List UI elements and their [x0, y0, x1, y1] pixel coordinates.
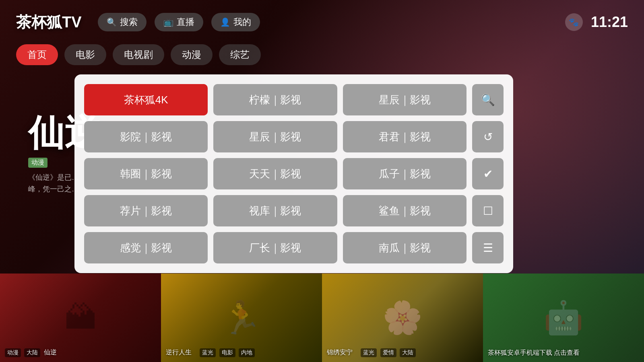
thumb-tag-3b: 爱情 — [380, 348, 396, 357]
thumb-android[interactable]: 🤖 茶杯狐安卓手机端下载 点击查看 — [483, 274, 644, 362]
source-changzhang[interactable]: 厂长｜影视 — [213, 232, 337, 263]
hero-desc-line1: 《仙逆》是已… — [28, 173, 79, 181]
nav-search[interactable]: 🔍 搜索 — [98, 13, 147, 31]
source-dialog: 茶杯狐4K 柠檬｜影视 星辰｜影视 🔍 影院｜影视 星辰｜影视 君君｜影视 ↺ … — [74, 74, 513, 273]
source-junjun[interactable]: 君君｜影视 — [343, 121, 466, 152]
thumb-nixingrensheng[interactable]: 🏃 逆行人生 蓝光 电影 内地 — [161, 274, 322, 362]
thumb-title-4: 茶杯狐安卓手机端下载 — [488, 349, 552, 356]
avatar[interactable]: 🐾 — [565, 13, 583, 31]
thumb-jinxiuanning[interactable]: 🌸 锦绣安宁 蓝光 爱情 大陆 — [322, 274, 483, 362]
source-chajuhu4k[interactable]: 茶杯狐4K — [84, 84, 208, 115]
list-icon-btn[interactable]: ☰ — [472, 232, 504, 263]
check-icon: ✔ — [483, 167, 493, 181]
tab-movies[interactable]: 电影 — [64, 44, 106, 65]
thumb-tag-2b: 电影 — [219, 348, 235, 357]
source-jianpian[interactable]: 荐片｜影视 — [84, 195, 208, 226]
profile-icon: 👤 — [220, 17, 230, 27]
header-right: 🐾 11:21 — [565, 13, 628, 31]
thumb-xianyi[interactable]: 🏔 动漫 大陆 仙逆 — [0, 274, 161, 362]
source-shayu[interactable]: 鲨鱼｜影视 — [343, 195, 466, 226]
nav-live-label: 直播 — [177, 16, 194, 28]
live-icon: 📺 — [163, 17, 173, 27]
thumb-tag-2a: 蓝光 — [200, 348, 216, 357]
list-icon: ☰ — [483, 241, 493, 255]
nav-search-label: 搜索 — [120, 16, 138, 28]
search-icon: 🔍 — [107, 17, 117, 27]
thumb-title-3: 锦绣安宁 — [327, 349, 353, 356]
source-ganjue[interactable]: 感觉｜影视 — [84, 232, 208, 263]
thumb-tag-1a: 动漫 — [5, 348, 21, 357]
source-guazi[interactable]: 瓜子｜影视 — [343, 158, 466, 189]
app-title: 茶杯狐TV — [16, 12, 82, 33]
nav-pills: 🔍 搜索 📺 直播 👤 我的 — [98, 13, 565, 31]
source-nangua[interactable]: 南瓜｜影视 — [343, 232, 466, 263]
nav-live[interactable]: 📺 直播 — [155, 13, 203, 31]
avatar-icon: 🐾 — [569, 17, 579, 27]
hero-badge: 动漫 — [28, 158, 47, 168]
thumb-label-4: 茶杯狐安卓手机端下载 点击查看 — [488, 349, 580, 357]
tab-variety[interactable]: 综艺 — [219, 44, 261, 65]
tab-anime[interactable]: 动漫 — [171, 44, 213, 65]
source-shiku[interactable]: 视库｜影视 — [213, 195, 337, 226]
unchecked-icon-btn[interactable]: ☐ — [472, 195, 504, 226]
source-yingyuan[interactable]: 影院｜影视 — [84, 121, 208, 152]
hero-desc-line2: 峰，凭一己之… — [28, 185, 79, 193]
thumb-label-1: 动漫 大陆 仙逆 — [5, 348, 57, 357]
thumb-title-1: 仙逆 — [44, 349, 57, 356]
thumb-extra-4: 点击查看 — [554, 349, 580, 356]
source-star1[interactable]: 星辰｜影视 — [343, 84, 466, 115]
source-star2[interactable]: 星辰｜影视 — [213, 121, 337, 152]
thumb-tag-1b: 大陆 — [24, 348, 40, 357]
clock: 11:21 — [591, 14, 628, 31]
refresh-icon-btn[interactable]: ↺ — [472, 121, 504, 152]
thumb-tag-3a: 蓝光 — [361, 348, 377, 357]
unchecked-icon: ☐ — [483, 204, 493, 218]
thumb-tag-2c: 内地 — [239, 348, 255, 357]
thumb-label-3: 锦绣安宁 蓝光 爱情 大陆 — [327, 348, 417, 357]
thumbnails: 🏔 动漫 大陆 仙逆 🏃 逆行人生 蓝光 电影 内地 🌸 锦绣安宁 蓝光 爱情 … — [0, 274, 644, 362]
category-tabs: 首页 电影 电视剧 动漫 综艺 — [16, 44, 261, 65]
header: 茶杯狐TV 🔍 搜索 📺 直播 👤 我的 🐾 11:21 — [0, 0, 644, 44]
tab-tv[interactable]: 电视剧 — [113, 44, 164, 65]
check-icon-btn[interactable]: ✔ — [472, 158, 504, 189]
source-hanquan[interactable]: 韩圈｜影视 — [84, 158, 208, 189]
nav-profile[interactable]: 👤 我的 — [211, 13, 260, 31]
thumb-title-2: 逆行人生 — [166, 349, 192, 356]
nav-profile-label: 我的 — [233, 16, 251, 28]
refresh-icon: ↺ — [483, 130, 493, 144]
search-icon-btn[interactable]: 🔍 — [472, 84, 504, 115]
thumb-tag-3c: 大陆 — [400, 348, 416, 357]
search-icon: 🔍 — [481, 93, 495, 107]
thumb-label-2: 逆行人生 蓝光 电影 内地 — [166, 348, 256, 357]
source-lemon[interactable]: 柠檬｜影视 — [213, 84, 337, 115]
tab-home[interactable]: 首页 — [16, 44, 58, 65]
source-tiantian[interactable]: 天天｜影视 — [213, 158, 337, 189]
